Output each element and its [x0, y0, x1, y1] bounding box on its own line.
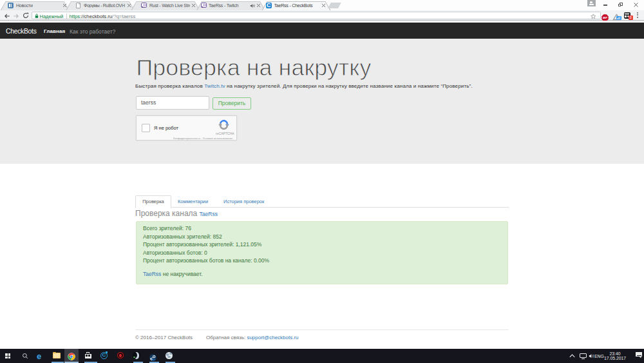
svg-text:ABP: ABP	[603, 17, 608, 19]
